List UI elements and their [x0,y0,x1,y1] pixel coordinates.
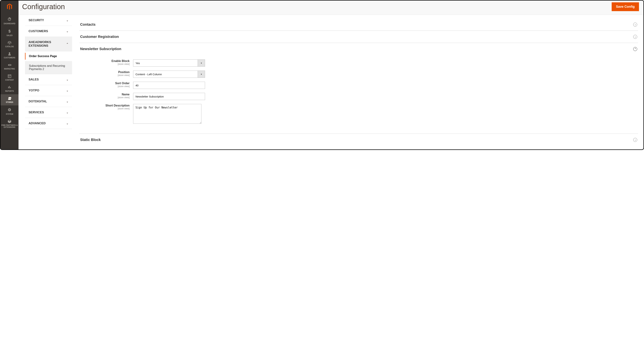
sidebar-section-label: AHEADWORKS EXTENSIONS [28,40,66,47]
nav-label: CONTENT [5,79,14,81]
chevron-down-icon: ⌄ [66,111,68,114]
collapse-icon: ⌄ [633,35,637,39]
nav-catalog[interactable]: CATALOG [0,39,18,50]
short-description-textarea[interactable] [133,104,202,124]
magento-logo-icon[interactable] [6,3,13,10]
config-tabs-sidebar: SECURITY ⌄ CUSTOMERS ⌄ AHEADWORKS EXTENS… [18,15,72,149]
dashboard-icon: ⏱ [8,17,12,22]
puzzle-icon [8,119,12,123]
sidebar-section-label: SALES [28,78,39,81]
sidebar-section-label: DOTDIGITAL [28,100,47,103]
nav-reports[interactable]: REPORTS [0,83,18,94]
sidebar-section-sales[interactable]: SALES ⌄ [25,74,72,85]
field-scope: [store view] [79,107,130,110]
enable-block-select[interactable]: Yes ▼ [133,59,205,67]
nav-system[interactable]: ⚙ SYSTEM [0,105,18,117]
group-contacts-toggle[interactable]: Contacts ⌄ [79,18,638,30]
field-scope: [store view] [79,85,130,88]
sidebar-section-label: ADVANCED [28,122,46,125]
select-value: Yes [133,59,198,67]
bar-chart-icon [8,85,12,89]
group-contacts: Contacts ⌄ [79,18,638,31]
group-newsletter-toggle[interactable]: Newsletter Subscription ⌃ [79,43,638,55]
storefront-icon [8,96,12,100]
position-select[interactable]: Content - Left Column ▼ [133,70,205,78]
nav-marketing[interactable]: MARKETING [0,61,18,72]
admin-nav-sidebar: ⏱ DASHBOARD $ SALES CATALOG CUSTOMERS MA… [0,0,18,149]
megaphone-icon [8,63,12,67]
config-form-area: Contacts ⌄ Customer Registration ⌄ Newsl… [72,15,644,149]
chevron-down-icon: ⌄ [66,19,68,22]
nav-label: CUSTOMERS [4,57,15,59]
group-title: Newsletter Subscription [80,47,121,51]
page-header: Configuration Save Config [18,0,644,15]
field-label: Position [118,70,130,74]
sidebar-section-yotpo[interactable]: YOTPO ⌄ [25,85,72,96]
field-label: Name [122,93,130,96]
nav-stores[interactable]: STORES [0,94,18,105]
group-customer-registration: Customer Registration ⌄ [79,31,638,43]
field-label: Short Description [106,104,130,107]
field-name: Name [store view] [79,93,638,100]
group-static-block-toggle[interactable]: Static Block ⌄ [79,134,638,146]
field-sort-order: Sort Order [store view] [79,82,638,89]
sidebar-item-subscriptions[interactable]: Subscriptions and Recurring Payments 2 [25,61,72,74]
dollar-icon: $ [8,29,10,33]
chevron-down-icon: ⌄ [66,78,68,81]
nav-sales[interactable]: $ SALES [0,27,18,39]
group-newsletter: Newsletter Subscription ⌃ Enable Block [… [79,43,638,134]
group-static-block: Static Block ⌄ [79,134,638,146]
group-title: Customer Registration [80,35,119,39]
field-scope: [store view] [79,74,130,76]
caret-down-icon: ▼ [198,70,205,78]
nav-label: SYSTEM [6,113,13,115]
collapse-icon: ⌄ [633,138,637,142]
select-value: Content - Left Column [133,70,198,78]
field-short-description: Short Description [store view] [79,104,638,124]
nav-label: SALES [6,34,12,36]
field-enable-block: Enable Block [store view] Yes ▼ [79,59,638,67]
collapse-icon: ⌄ [633,23,637,26]
nav-label: CATALOG [5,46,14,47]
nav-content[interactable]: CONTENT [0,72,18,83]
chevron-down-icon: ⌄ [66,100,68,103]
name-input[interactable] [133,93,205,100]
sidebar-item-order-success-page[interactable]: Order Success Page [25,51,72,61]
expand-icon: ⌃ [633,47,637,51]
gear-icon: ⚙ [8,108,11,112]
person-icon [8,52,11,56]
sidebar-section-toggle[interactable]: AHEADWORKS EXTENSIONS ⌃ [25,37,72,51]
sidebar-section-security[interactable]: SECURITY ⌄ [25,15,72,26]
group-customer-registration-toggle[interactable]: Customer Registration ⌄ [79,31,638,43]
sidebar-section-advanced[interactable]: ADVANCED ⌄ [25,118,72,129]
save-config-button[interactable]: Save Config [612,2,639,11]
field-label: Sort Order [115,82,130,85]
field-position: Position [store view] Content - Left Col… [79,70,638,78]
chevron-down-icon: ⌄ [66,122,68,125]
nav-partners[interactable]: FIND PARTNERS & EXTENSIONS [0,117,18,130]
caret-down-icon: ▼ [198,59,205,67]
nav-label: REPORTS [5,90,14,92]
group-title: Contacts [80,22,96,26]
sort-order-input[interactable] [133,82,205,89]
chevron-up-icon: ⌃ [66,42,68,45]
nav-label: MARKETING [4,68,15,70]
sidebar-section-services[interactable]: SERVICES ⌄ [25,107,72,118]
sidebar-section-aheadworks: AHEADWORKS EXTENSIONS ⌃ Order Success Pa… [25,37,72,74]
field-label: Enable Block [112,59,130,62]
field-scope: [store view] [79,63,130,65]
nav-customers[interactable]: CUSTOMERS [0,50,18,61]
nav-label: FIND PARTNERS & EXTENSIONS [1,124,18,128]
chevron-down-icon: ⌄ [66,89,68,92]
page-title: Configuration [22,3,65,11]
sidebar-section-customers[interactable]: CUSTOMERS ⌄ [25,26,72,37]
sidebar-section-label: SERVICES [28,111,44,114]
field-scope: [store view] [79,96,130,99]
nav-dashboard[interactable]: ⏱ DASHBOARD [0,15,18,27]
sidebar-section-dotdigital[interactable]: DOTDIGITAL ⌄ [25,96,72,107]
sidebar-section-label: SECURITY [28,18,44,22]
sidebar-section-label: CUSTOMERS [28,29,48,33]
box-icon [8,41,12,45]
chevron-down-icon: ⌄ [66,30,68,33]
layout-icon [8,74,12,78]
